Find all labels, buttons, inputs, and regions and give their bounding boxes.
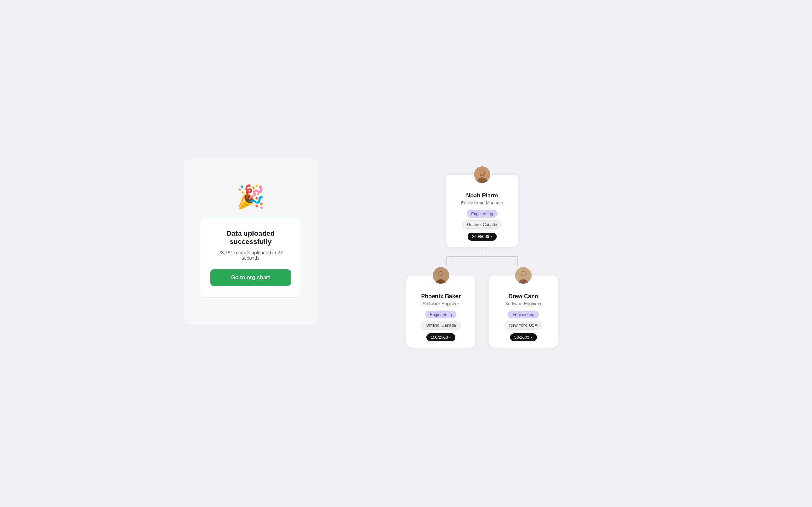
person-name-root: Noah Pierre xyxy=(466,192,498,199)
tag-score-phoenix[interactable]: 150/2500 ▾ xyxy=(426,333,455,341)
avatar-noah xyxy=(473,166,491,183)
success-subtitle: 23,761 records uploaded in 27 seconds xyxy=(210,250,291,261)
svg-point-13 xyxy=(439,272,443,276)
avatar-drew xyxy=(514,267,532,284)
chevron-down-icon-root: ▾ xyxy=(490,234,492,239)
tag-score-root[interactable]: 200/5000 ▾ xyxy=(467,233,497,240)
chevron-down-icon-phoenix: ▾ xyxy=(449,335,451,339)
svg-point-18 xyxy=(521,272,525,276)
left-panel: 🎉 Data uploaded successfully 23,761 reco… xyxy=(184,159,317,324)
person-card-root: Noah Pierre Engineering Manager Engineer… xyxy=(446,174,519,247)
avatar-phoenix xyxy=(432,267,450,284)
connector-lines xyxy=(336,247,628,266)
go-to-org-chart-button[interactable]: Go to org chart xyxy=(210,269,291,286)
tag-location-phoenix: Ontario, Canada xyxy=(421,321,461,330)
org-tree: Noah Pierre Engineering Manager Engineer… xyxy=(336,165,628,348)
person-role-phoenix: Software Engineer xyxy=(422,301,459,306)
tag-score-drew[interactable]: 50/2000 ▾ xyxy=(510,333,537,341)
success-card: Data uploaded successfully 23,761 record… xyxy=(200,218,301,297)
avatar-wrapper-root xyxy=(473,166,491,183)
tag-location-root: Ontario, Canada xyxy=(462,220,502,229)
person-role-root: Engineering Manager xyxy=(461,200,503,205)
person-card-phoenix: Phoenix Baker Software Engineer Engineer… xyxy=(406,275,476,348)
tag-dept-drew: Engineering xyxy=(508,311,539,319)
person-name-phoenix: Phoenix Baker xyxy=(421,293,461,300)
right-panel: Noah Pierre Engineering Manager Engineer… xyxy=(336,159,628,348)
chevron-down-icon-drew: ▾ xyxy=(531,335,532,339)
avatar-wrapper-drew xyxy=(514,267,532,284)
svg-point-4 xyxy=(480,171,484,175)
tag-dept-root: Engineering xyxy=(467,210,497,218)
success-title: Data uploaded successfully xyxy=(210,229,291,246)
party-emoji: 🎉 xyxy=(236,185,265,208)
person-card-drew: Drew Cano Software Engineer Engineering … xyxy=(489,275,558,348)
person-role-drew: Software Engineer xyxy=(505,301,542,306)
tree-root: Noah Pierre Engineering Manager Engineer… xyxy=(446,165,519,247)
person-name-drew: Drew Cano xyxy=(508,293,538,300)
tag-dept-phoenix: Engineering xyxy=(425,311,456,319)
tag-location-drew: New York, USA xyxy=(505,321,542,330)
main-container: 🎉 Data uploaded successfully 23,761 reco… xyxy=(184,159,628,348)
tree-connector-svg xyxy=(432,247,533,266)
avatar-wrapper-phoenix xyxy=(432,267,450,284)
tree-children: Phoenix Baker Software Engineer Engineer… xyxy=(406,266,558,348)
